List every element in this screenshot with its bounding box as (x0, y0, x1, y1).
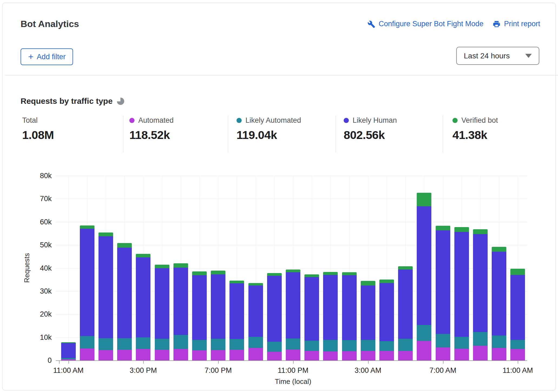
bar-segment-automated[interactable] (510, 349, 525, 360)
bar-segment-likely-human[interactable] (304, 277, 319, 341)
bar-6-00-am[interactable] (417, 193, 431, 360)
bar-segment-automated[interactable] (436, 347, 450, 360)
bar-segment-verified-bot[interactable] (304, 274, 319, 277)
bar-2-00-am[interactable] (342, 272, 357, 360)
bar-6-00-pm[interactable] (192, 271, 207, 360)
bar-segment-automated[interactable] (286, 350, 300, 360)
bar-segment-likely-human[interactable] (436, 230, 450, 334)
bar-segment-likely-automated[interactable] (492, 335, 506, 348)
bar-segment-verified-bot[interactable] (473, 229, 488, 234)
bar-segment-automated[interactable] (473, 346, 488, 360)
bar-segment-automated[interactable] (398, 351, 413, 360)
bar-segment-likely-human[interactable] (99, 236, 113, 338)
bar-segment-verified-bot[interactable] (286, 270, 300, 272)
bar-segment-automated[interactable] (304, 351, 319, 360)
bar-11-00-am[interactable] (510, 269, 525, 360)
bar-segment-likely-automated[interactable] (417, 325, 431, 341)
bar-segment-likely-human[interactable] (192, 275, 207, 340)
bar-segment-verified-bot[interactable] (136, 254, 150, 258)
bar-8-00-pm[interactable] (229, 281, 244, 360)
bar-10-00-pm[interactable] (267, 273, 282, 360)
bar-segment-likely-human[interactable] (398, 270, 413, 339)
bar-segment-likely-automated[interactable] (267, 342, 282, 352)
bar-segment-verified-bot[interactable] (211, 271, 225, 274)
bar-5-00-pm[interactable] (173, 263, 188, 360)
bar-segment-automated[interactable] (211, 350, 225, 360)
bar-segment-likely-automated[interactable] (99, 338, 113, 350)
bar-segment-likely-automated[interactable] (80, 336, 94, 348)
bar-segment-verified-bot[interactable] (192, 271, 207, 275)
bar-segment-likely-human[interactable] (473, 234, 488, 332)
bar-segment-likely-automated[interactable] (473, 332, 488, 346)
bar-7-00-am[interactable] (436, 226, 450, 360)
bar-segment-automated[interactable] (117, 350, 132, 360)
bar-segment-likely-automated[interactable] (211, 339, 225, 350)
bar-segment-verified-bot[interactable] (454, 227, 469, 232)
bar-segment-automated[interactable] (136, 349, 150, 360)
bar-segment-automated[interactable] (99, 350, 113, 360)
bar-segment-automated[interactable] (342, 351, 357, 360)
bar-segment-verified-bot[interactable] (117, 243, 132, 247)
bar-9-00-am[interactable] (473, 229, 488, 360)
bar-segment-likely-automated[interactable] (379, 341, 394, 351)
bar-segment-verified-bot[interactable] (342, 272, 357, 275)
bar-segment-likely-automated[interactable] (398, 339, 413, 351)
bar-segment-likely-human[interactable] (229, 283, 244, 339)
bar-segment-verified-bot[interactable] (417, 193, 431, 206)
bar-12-00-pm[interactable] (80, 225, 94, 360)
bar-10-00-am[interactable] (492, 247, 506, 360)
bar-segment-likely-human[interactable] (267, 276, 282, 342)
bar-segment-automated[interactable] (173, 349, 188, 360)
bar-segment-likely-automated[interactable] (454, 337, 469, 349)
bar-segment-likely-human[interactable] (492, 252, 506, 335)
bar-segment-automated[interactable] (155, 350, 169, 360)
bar-segment-automated[interactable] (323, 351, 338, 360)
bar-segment-likely-human[interactable] (379, 283, 394, 341)
bar-1-00-pm[interactable] (99, 232, 113, 360)
bar-segment-likely-human[interactable] (155, 268, 169, 338)
bar-4-00-am[interactable] (379, 280, 394, 360)
bar-segment-likely-automated[interactable] (361, 340, 375, 351)
bar-segment-verified-bot[interactable] (267, 273, 282, 275)
bar-segment-likely-human[interactable] (510, 275, 525, 340)
bar-segment-verified-bot[interactable] (436, 226, 450, 230)
bar-4-00-pm[interactable] (155, 265, 169, 360)
bar-segment-verified-bot[interactable] (510, 269, 525, 275)
bar-segment-likely-human[interactable] (117, 248, 132, 338)
bar-segment-automated[interactable] (229, 350, 244, 360)
bar-segment-likely-automated[interactable] (248, 337, 263, 348)
bar-segment-verified-bot[interactable] (361, 281, 375, 285)
bar-segment-likely-automated[interactable] (192, 340, 207, 350)
bar-segment-likely-human[interactable] (211, 274, 225, 339)
bar-7-00-pm[interactable] (211, 271, 225, 360)
bar-segment-verified-bot[interactable] (229, 281, 244, 283)
bar-segment-verified-bot[interactable] (379, 280, 394, 283)
bar-segment-likely-human[interactable] (323, 275, 338, 340)
bar-segment-likely-automated[interactable] (173, 335, 188, 349)
bar-segment-verified-bot[interactable] (155, 265, 169, 268)
bar-segment-likely-human[interactable] (173, 268, 188, 335)
bar-1-00-am[interactable] (323, 272, 338, 360)
bar-segment-automated[interactable] (454, 349, 469, 360)
bar-segment-verified-bot[interactable] (99, 232, 113, 236)
bar-segment-likely-automated[interactable] (436, 334, 450, 347)
bar-5-00-am[interactable] (398, 266, 413, 360)
bar-segment-likely-automated[interactable] (155, 339, 169, 350)
bar-segment-likely-automated[interactable] (136, 337, 150, 349)
bar-8-00-am[interactable] (454, 227, 469, 360)
bar-12-00-am[interactable] (304, 274, 319, 360)
bar-segment-automated[interactable] (492, 348, 506, 360)
bar-segment-verified-bot[interactable] (248, 283, 263, 285)
bar-segment-likely-automated[interactable] (323, 340, 338, 351)
bar-segment-automated[interactable] (267, 352, 282, 360)
bar-segment-verified-bot[interactable] (173, 263, 188, 268)
bar-segment-automated[interactable] (417, 341, 431, 360)
bar-segment-automated[interactable] (361, 351, 375, 360)
bar-segment-likely-human[interactable] (80, 229, 94, 336)
bar-2-00-pm[interactable] (117, 243, 132, 360)
bar-segment-verified-bot[interactable] (398, 266, 413, 270)
bar-segment-likely-human[interactable] (454, 232, 469, 337)
bar-3-00-pm[interactable] (136, 254, 150, 360)
bar-segment-likely-automated[interactable] (286, 338, 300, 350)
bar-segment-automated[interactable] (80, 348, 94, 360)
